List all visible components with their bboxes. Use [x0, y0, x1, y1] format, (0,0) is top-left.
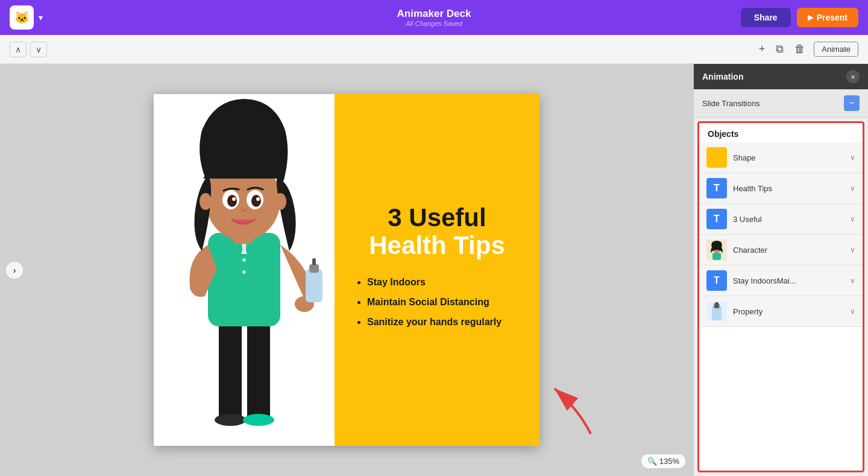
property-icon — [706, 301, 727, 322]
logo-emoji: 🐱 — [14, 10, 30, 25]
svg-point-2 — [215, 414, 246, 426]
svg-point-22 — [274, 193, 286, 210]
panel-close-button[interactable]: × — [846, 70, 860, 83]
nav-up-button[interactable]: ∧ — [10, 42, 27, 57]
svg-point-8 — [242, 270, 246, 274]
slide-nav: ∧ ∨ — [10, 42, 47, 57]
property-label: Property — [733, 307, 844, 316]
shape-chevron: ∨ — [850, 153, 855, 162]
object-item-stay-indoors[interactable]: T Stay IndoorsMai... ∨ — [699, 265, 863, 296]
svg-point-3 — [243, 414, 274, 426]
character-icon — [706, 240, 727, 260]
slide-transitions-label: Slide Transitions — [702, 99, 760, 108]
objects-header: Objects — [699, 123, 863, 142]
object-item-character[interactable]: Character ∨ — [699, 235, 863, 265]
svg-point-20 — [256, 197, 260, 201]
3-useful-label: 3 Useful — [733, 215, 844, 224]
svg-rect-11 — [306, 269, 322, 302]
svg-point-19 — [232, 197, 236, 201]
app-title: Animaker Deck — [397, 8, 471, 20]
slide-transitions-minus-button[interactable]: − — [844, 95, 860, 111]
bullet-3: Sanitize your hands regularly — [367, 316, 521, 329]
main-layout: › — [0, 64, 868, 476]
slide-main-title: 3 Useful — [353, 204, 521, 232]
present-button[interactable]: Present — [797, 8, 858, 27]
svg-rect-0 — [219, 317, 242, 420]
character-svg — [154, 94, 335, 444]
zoom-value: 135% — [659, 457, 679, 466]
svg-rect-25 — [712, 153, 722, 162]
save-status: All Changes Saved — [397, 20, 471, 27]
animation-label: Animation — [702, 72, 743, 81]
copy-button[interactable]: ⧉ — [773, 40, 786, 58]
property-chevron: ∨ — [850, 307, 855, 316]
character-chevron: ∨ — [850, 246, 855, 254]
bullet-1: Stay Indoors — [367, 276, 521, 289]
header-title-area: Animaker Deck All Changes Saved — [397, 8, 471, 27]
shape-label: Shape — [733, 153, 844, 162]
animate-button[interactable]: Animate — [814, 42, 858, 57]
object-item-property[interactable]: Property ∨ — [699, 296, 863, 327]
slide-canvas: 3 Useful Health Tips Stay Indoors Mainta… — [154, 94, 539, 446]
svg-rect-9 — [190, 284, 208, 291]
svg-point-18 — [251, 195, 261, 207]
slide-right-panel: 3 Useful Health Tips Stay Indoors Mainta… — [335, 94, 539, 446]
toolbar-right: + ⧉ 🗑 Animate — [756, 40, 858, 58]
svg-point-17 — [227, 195, 237, 207]
add-element-button[interactable]: + — [756, 40, 768, 58]
svg-rect-13 — [312, 258, 316, 265]
svg-rect-31 — [715, 302, 719, 308]
delete-button[interactable]: 🗑 — [792, 40, 808, 58]
header-actions: Share Present — [741, 8, 858, 27]
logo-icon: 🐱 — [10, 5, 34, 30]
right-panel: Animation × Slide Transitions − Objects … — [693, 64, 868, 476]
svg-rect-28 — [712, 253, 721, 260]
panel-header: Animation × — [694, 64, 868, 89]
logo-caret[interactable]: ▾ — [39, 13, 43, 22]
zoom-indicator[interactable]: 🔍 135% — [641, 454, 686, 469]
objects-section: Objects Shape ∨ T Health Tips ∨ T 3 Usef… — [697, 121, 864, 472]
svg-rect-23 — [233, 232, 253, 244]
3-useful-icon: T — [706, 209, 727, 229]
svg-rect-1 — [247, 317, 270, 420]
stay-indoors-label: Stay IndoorsMai... — [733, 276, 844, 285]
header: 🐱 ▾ Animaker Deck All Changes Saved Shar… — [0, 0, 868, 35]
slide-area: › — [0, 64, 693, 476]
slide-left-panel — [154, 94, 335, 446]
health-tips-icon: T — [706, 178, 727, 198]
svg-point-21 — [200, 193, 212, 210]
3-useful-chevron: ∨ — [850, 215, 855, 223]
stay-indoors-icon: T — [706, 270, 727, 291]
nav-down-button[interactable]: ∨ — [30, 42, 47, 57]
svg-rect-12 — [309, 264, 319, 273]
svg-point-7 — [242, 258, 246, 262]
object-item-3-useful[interactable]: T 3 Useful ∨ — [699, 204, 863, 235]
object-item-health-tips[interactable]: T Health Tips ∨ — [699, 173, 863, 204]
character-label: Character — [733, 246, 844, 255]
shape-icon — [706, 147, 727, 168]
stay-indoors-chevron: ∨ — [850, 276, 855, 285]
slide-sub-title: Health Tips — [353, 232, 521, 259]
slide-transitions-bar: Slide Transitions − — [694, 89, 868, 118]
toolbar: ∧ ∨ + ⧉ 🗑 Animate — [0, 35, 868, 64]
slide-nav-left-button[interactable]: › — [6, 262, 23, 279]
bullet-2: Maintain Social Distancing — [367, 296, 521, 309]
health-tips-label: Health Tips — [733, 184, 844, 193]
share-button[interactable]: Share — [741, 8, 791, 27]
red-arrow-annotation — [542, 379, 615, 440]
zoom-icon: 🔍 — [647, 457, 657, 466]
slide-bullets: Stay Indoors Maintain Social Distancing … — [353, 276, 521, 335]
object-item-shape[interactable]: Shape ∨ — [699, 142, 863, 173]
health-tips-chevron: ∨ — [850, 184, 855, 192]
